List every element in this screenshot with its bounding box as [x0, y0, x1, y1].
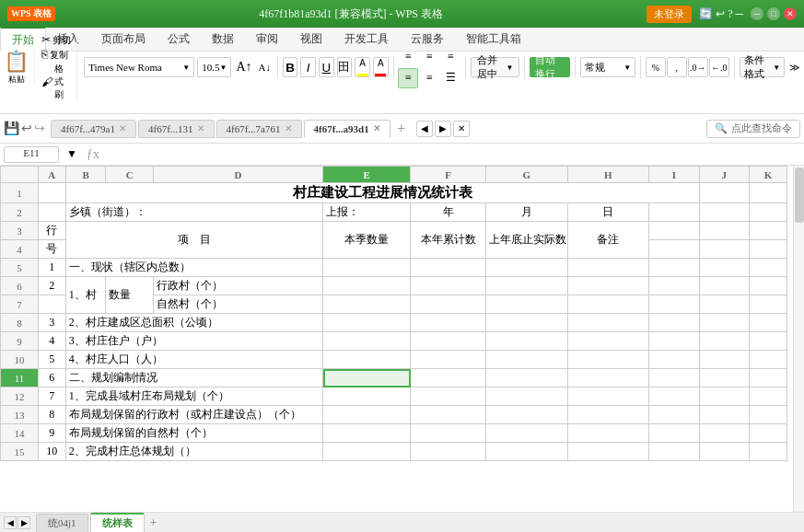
cell-H2[interactable]: 日 — [567, 203, 649, 222]
cell-G11[interactable] — [486, 369, 568, 387]
cell-A10[interactable]: 5 — [38, 351, 65, 369]
cell-E7[interactable] — [323, 295, 411, 314]
border-button[interactable]: 田 — [337, 57, 353, 77]
cell-I11[interactable] — [649, 369, 699, 387]
row-header-11[interactable]: 11 — [1, 369, 39, 387]
cell-F3[interactable]: 本年累计数 — [411, 222, 486, 259]
format-painter-button[interactable]: 🖌 格式刷 — [41, 63, 71, 101]
file-tab-4[interactable]: 4f67f...a93d1 ✕ — [304, 120, 390, 138]
menu-tab-data[interactable]: 数据 — [201, 28, 245, 51]
cell-E5[interactable] — [323, 259, 411, 277]
cell-B10[interactable]: 4、村庄人口（人） — [65, 351, 322, 369]
cell-A2[interactable] — [38, 203, 65, 222]
col-header-H[interactable]: H — [567, 167, 649, 183]
cell-J8[interactable] — [699, 314, 749, 332]
cell-J14[interactable] — [699, 424, 749, 443]
cell-K4[interactable] — [750, 240, 787, 259]
cell-K5[interactable] — [750, 259, 787, 277]
cell-A5[interactable]: 1 — [38, 259, 65, 277]
cell-H12[interactable] — [567, 387, 649, 406]
cell-A8[interactable]: 3 — [38, 314, 65, 332]
cell-J5[interactable] — [699, 259, 749, 277]
cell-D7[interactable]: 自然村（个） — [154, 295, 323, 314]
row-header-8[interactable]: 8 — [1, 314, 39, 332]
cell-F6[interactable] — [411, 277, 486, 295]
cell-A4[interactable]: 号 — [38, 240, 65, 259]
cell-H3[interactable]: 备注 — [567, 222, 649, 259]
file-tab-1-close[interactable]: ✕ — [119, 123, 126, 133]
bold-button[interactable]: B — [283, 57, 298, 77]
cell-A1[interactable] — [38, 183, 65, 203]
row-header-14[interactable]: 14 — [1, 424, 39, 443]
cell-F15[interactable] — [411, 443, 486, 461]
cell-I8[interactable] — [649, 314, 699, 332]
tab-nav-right[interactable]: ▶ — [435, 121, 451, 137]
tab-nav-left[interactable]: ◀ — [416, 121, 433, 137]
menu-tab-smart[interactable]: 智能工具箱 — [455, 28, 532, 51]
cell-reference[interactable]: E11 — [4, 146, 59, 163]
col-header-K[interactable]: K — [750, 167, 787, 183]
cell-A7[interactable] — [38, 295, 65, 314]
format-style-dropdown[interactable]: 常规 ▼ — [580, 57, 635, 77]
cell-B3[interactable]: 项 目 — [65, 222, 322, 259]
merge-button[interactable]: 合并居中 ▼ — [471, 57, 519, 77]
cell-J13[interactable] — [699, 406, 749, 424]
copy-button[interactable]: ⎘ 复制 — [41, 48, 71, 62]
font-size-selector[interactable]: 10.5 ▼ — [197, 57, 231, 77]
menu-tab-pagelayout[interactable]: 页面布局 — [90, 28, 157, 51]
cell-C6[interactable]: 数量 — [106, 277, 154, 314]
cell-F12[interactable] — [411, 387, 486, 406]
menu-tab-start[interactable]: 开始 — [0, 27, 46, 52]
cell-J6[interactable] — [699, 277, 749, 295]
row-header-7[interactable]: 7 — [1, 295, 39, 314]
cell-B11[interactable]: 二、规划编制情况 — [65, 369, 322, 387]
cell-E8[interactable] — [323, 314, 411, 332]
cell-B14[interactable]: 布局规划保留的自然村（个） — [65, 424, 322, 443]
cell-J1[interactable] — [699, 183, 749, 203]
cell-title[interactable]: 村庄建设工程进展情况统计表 — [65, 183, 699, 203]
cell-B2[interactable]: 乡镇（街道）： — [65, 203, 322, 222]
cell-K8[interactable] — [750, 314, 787, 332]
cell-K7[interactable] — [750, 295, 787, 314]
sheet-tab-2[interactable]: 统样表 — [90, 513, 145, 532]
cell-E14[interactable] — [323, 424, 411, 443]
scroll-sheets-right[interactable]: ▶ — [17, 516, 30, 529]
cell-J15[interactable] — [699, 443, 749, 461]
cell-F10[interactable] — [411, 351, 486, 369]
cell-B6[interactable]: 1、村 庄 — [65, 277, 106, 314]
cell-E9[interactable] — [323, 332, 411, 351]
scroll-sheets-left[interactable]: ◀ — [4, 516, 17, 529]
cell-J9[interactable] — [699, 332, 749, 351]
cell-K3[interactable] — [750, 222, 787, 240]
align-top-right-button[interactable]: ≡ — [440, 47, 460, 67]
align-top-left-button[interactable]: ≡ — [398, 47, 418, 67]
add-sheet-button[interactable]: + — [146, 515, 161, 530]
cell-G13[interactable] — [486, 406, 568, 424]
cell-H8[interactable] — [567, 314, 649, 332]
cell-A6[interactable]: 2 — [38, 277, 65, 295]
menu-tab-view[interactable]: 视图 — [289, 28, 333, 51]
comma-button[interactable]: , — [667, 57, 687, 77]
row-header-3[interactable]: 3 — [1, 222, 39, 240]
align-right-button[interactable]: ☰ — [440, 68, 460, 88]
cell-H11[interactable] — [567, 369, 649, 387]
cell-I14[interactable] — [649, 424, 699, 443]
scrollbar-thumb[interactable] — [795, 168, 804, 223]
minimize-button[interactable]: ─ — [751, 7, 763, 20]
cell-I3[interactable] — [649, 222, 699, 240]
cell-J7[interactable] — [699, 295, 749, 314]
cell-J2[interactable] — [699, 203, 749, 222]
cell-I2[interactable] — [649, 203, 699, 222]
cell-I6[interactable] — [649, 277, 699, 295]
cell-H10[interactable] — [567, 351, 649, 369]
cell-F8[interactable] — [411, 314, 486, 332]
row-header-6[interactable]: 6 — [1, 277, 39, 295]
new-tab-button[interactable]: + — [392, 120, 411, 138]
file-tab-2-close[interactable]: ✕ — [197, 123, 204, 133]
cell-A11[interactable]: 6 — [38, 369, 65, 387]
col-header-E[interactable]: E — [323, 167, 411, 183]
cell-G9[interactable] — [486, 332, 568, 351]
cell-H6[interactable] — [567, 277, 649, 295]
fill-color-button[interactable]: A — [355, 57, 370, 77]
cell-E13[interactable] — [323, 406, 411, 424]
